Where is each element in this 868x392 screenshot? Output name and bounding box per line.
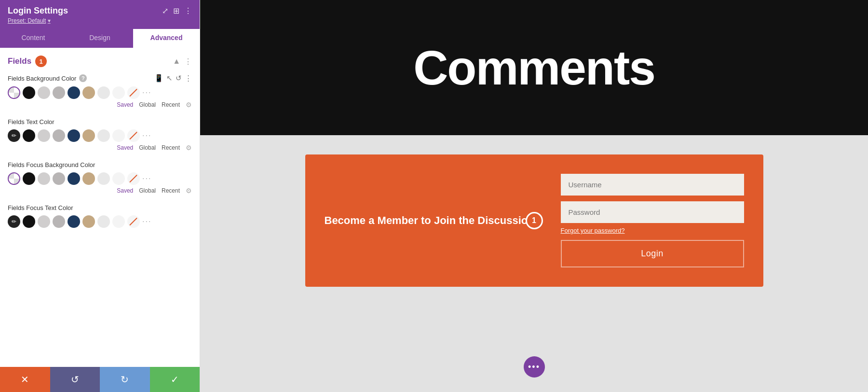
right-area: Comments Become a Member to Join the Dis… (200, 0, 868, 392)
swatch-gray-2[interactable] (53, 129, 65, 142)
gear-icon-2[interactable]: ⚙ (186, 144, 192, 152)
username-input[interactable] (561, 174, 744, 196)
swatch-lightgray1-1[interactable] (38, 86, 50, 99)
more-icon-1[interactable]: ⋮ (185, 74, 192, 83)
tab-content[interactable]: Content (0, 29, 67, 48)
recent-link-3[interactable]: Recent (162, 187, 180, 194)
swatches-more-3[interactable]: ··· (142, 174, 151, 183)
columns-icon[interactable]: ⊞ (173, 6, 179, 15)
cancel-button[interactable]: ✕ (0, 367, 50, 392)
fields-bg-swatches: ··· (8, 86, 192, 99)
undo-button[interactable]: ↺ (50, 367, 100, 392)
swatch-light1-2[interactable] (97, 129, 110, 142)
swatch-darkblue-1[interactable] (68, 86, 80, 99)
login-tagline: Become a Member to Join the Discussion! (325, 213, 551, 228)
panel-tabs: Content Design Advanced (0, 29, 200, 48)
global-link-3[interactable]: Global (139, 187, 156, 194)
password-input[interactable] (561, 201, 744, 223)
cursor-icon-1[interactable]: ↖ (166, 74, 173, 83)
gear-icon-3[interactable]: ⚙ (186, 187, 192, 195)
comments-title: Comments (413, 40, 655, 96)
swatch-light1-3[interactable] (97, 172, 110, 185)
swatch-lightgray-3[interactable] (38, 172, 50, 185)
swatch-black-4[interactable] (23, 215, 35, 228)
swatch-light2-3[interactable] (112, 172, 125, 185)
swatch-black-2[interactable] (23, 129, 35, 142)
redo-button[interactable]: ↻ (100, 367, 150, 392)
saved-link-3[interactable]: Saved (117, 187, 133, 194)
reset-icon-1[interactable]: ↺ (176, 74, 182, 83)
swatch-light2-2[interactable] (112, 129, 125, 142)
swatch-light2-4[interactable] (112, 215, 125, 228)
comments-hero: Comments (200, 0, 868, 135)
swatch-transparent-3[interactable] (8, 172, 20, 185)
floating-dots-button[interactable]: ••• (524, 356, 545, 378)
swatch-lightgray-2[interactable] (38, 129, 50, 142)
panel-preset: Preset: Default ▾ (8, 17, 192, 24)
color-saved-row-3: Saved Global Recent ⚙ (8, 187, 192, 195)
swatch-diagonal-4[interactable] (127, 215, 140, 228)
swatch-tan-2[interactable] (82, 129, 95, 142)
login-outer: Become a Member to Join the Discussion! … (200, 135, 868, 392)
swatch-diagonal-2[interactable] (127, 129, 140, 142)
swatch-black-1[interactable] (23, 86, 35, 99)
preset-label[interactable]: Preset: Default (8, 17, 46, 24)
tab-design[interactable]: Design (67, 29, 133, 48)
swatch-tan-4[interactable] (82, 215, 95, 228)
left-panel: Login Settings ⤢ ⊞ ⋮ Preset: Default ▾ C… (0, 0, 200, 392)
swatch-transparent-1[interactable] (8, 86, 20, 99)
swatch-darkblue-2[interactable] (68, 129, 80, 142)
saved-link-2[interactable]: Saved (117, 144, 133, 151)
swatch-diagonal-3[interactable] (127, 172, 140, 185)
swatch-tan-1[interactable] (82, 86, 95, 99)
swatches-more-4[interactable]: ··· (142, 217, 151, 226)
panel-footer: ✕ ↺ ↻ ✓ (0, 367, 200, 392)
confirm-button[interactable]: ✓ (150, 367, 200, 392)
swatches-more-2[interactable]: ··· (142, 131, 151, 140)
login-right: Forgot your password? Login (561, 174, 744, 267)
more-icon[interactable]: ⋮ (184, 6, 192, 15)
global-link-2[interactable]: Global (139, 144, 156, 151)
tab-advanced[interactable]: Advanced (133, 29, 200, 48)
swatches-more-1[interactable]: ··· (142, 88, 151, 97)
collapse-icon[interactable]: ▲ (173, 57, 180, 66)
expand-icon[interactable]: ⤢ (162, 6, 168, 15)
color-saved-row-2: Saved Global Recent ⚙ (8, 144, 192, 152)
section-badge: 1 (35, 56, 47, 67)
section-more-icon[interactable]: ⋮ (184, 57, 192, 66)
gear-icon-1[interactable]: ⚙ (186, 101, 192, 109)
forgot-password-link[interactable]: Forgot your password? (561, 227, 744, 234)
fields-text-label: Fields Text Color (8, 118, 192, 126)
panel-header: Login Settings ⤢ ⊞ ⋮ Preset: Default ▾ (0, 0, 200, 29)
fields-focus-text-label: Fields Focus Text Color (8, 204, 192, 211)
recent-link-2[interactable]: Recent (162, 144, 180, 151)
swatch-light1-4[interactable] (97, 215, 110, 228)
swatch-diagonal-1[interactable] (127, 86, 140, 99)
swatch-gray-1[interactable] (53, 86, 65, 99)
fields-focus-text-color-block: Fields Focus Text Color ✏ ··· (8, 204, 192, 228)
swatch-pen-4[interactable]: ✏ (8, 215, 20, 228)
swatch-black-3[interactable] (23, 172, 35, 185)
panel-header-icons: ⤢ ⊞ ⋮ (162, 6, 192, 15)
login-button[interactable]: Login (561, 240, 744, 267)
mobile-icon-1[interactable]: 📱 (154, 74, 163, 83)
swatch-lightgray-4[interactable] (38, 215, 50, 228)
swatch-light2-1[interactable] (112, 86, 125, 99)
panel-body: Fields 1 ▲ ⋮ Fields Background Color ? 📱… (0, 48, 200, 367)
recent-link-1[interactable]: Recent (162, 101, 180, 108)
help-icon-1[interactable]: ? (79, 74, 87, 82)
global-link-1[interactable]: Global (139, 101, 156, 108)
login-left: Become a Member to Join the Discussion! (325, 213, 551, 228)
swatch-tan-3[interactable] (82, 172, 95, 185)
swatch-pen-2[interactable]: ✏ (8, 129, 20, 142)
swatch-gray-3[interactable] (53, 172, 65, 185)
swatch-light1-1[interactable] (97, 86, 110, 99)
saved-link-1[interactable]: Saved (117, 101, 133, 108)
fields-bg-label: Fields Background Color ? 📱 ↖ ↺ ⋮ (8, 74, 192, 83)
swatch-gray-4[interactable] (53, 215, 65, 228)
swatch-darkblue-4[interactable] (68, 215, 80, 228)
fields-focus-bg-swatches: ··· (8, 172, 192, 185)
panel-title: Login Settings (8, 6, 68, 16)
swatch-darkblue-3[interactable] (68, 172, 80, 185)
login-badge: 1 (526, 212, 543, 229)
